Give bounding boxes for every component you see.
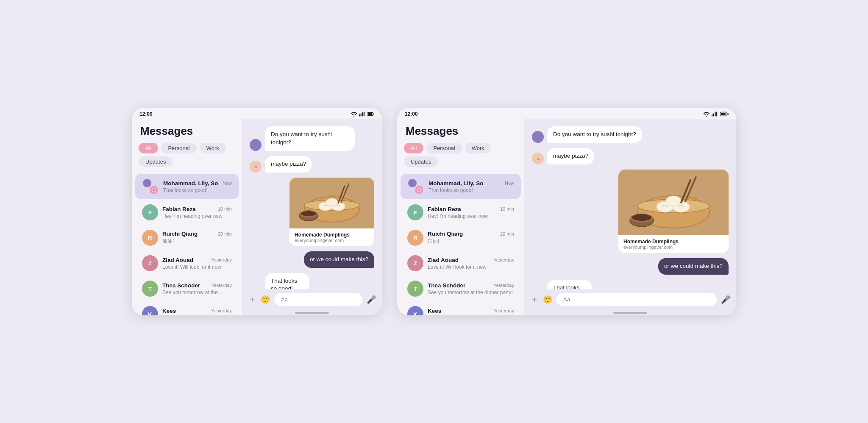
- avatar-4-small: Z: [142, 255, 158, 271]
- msg-bubble-3-large: or we could make this?: [658, 258, 729, 275]
- chat-messages-large: Do you want to try sushi tonight? 🌸 mayb…: [524, 119, 736, 289]
- conv-time-2-small: 10 min: [218, 206, 232, 212]
- filter-updates-large[interactable]: Updates: [404, 156, 438, 167]
- filter-all-small[interactable]: All: [139, 143, 158, 153]
- conv-preview-6-small: Finished my homework...: [162, 315, 232, 316]
- conv-item-5-large[interactable]: T Thea Schöder Yesterday See you tomorro…: [401, 276, 521, 301]
- wifi-icon-large: [703, 111, 710, 117]
- plus-icon-small[interactable]: ＋: [248, 294, 256, 305]
- avatar-4-large: Z: [407, 255, 423, 271]
- conv-name-6-small: Kees: [162, 308, 176, 314]
- emoji-icon-large[interactable]: 🙂: [543, 295, 552, 304]
- conv-item-1-large[interactable]: 🌸 Mohammad, Lily, So Now That looks so g…: [401, 174, 521, 199]
- msg-row-2-large: 🌸 maybe pizza?: [532, 148, 729, 164]
- svg-rect-18: [712, 114, 712, 117]
- conv-preview-1-large: That looks so good!: [428, 187, 514, 193]
- msg-bubble-4-small: That looks so good!: [265, 273, 309, 289]
- filter-all-large[interactable]: All: [404, 143, 423, 153]
- conv-item-2-large[interactable]: F Fabian Reza 10 min Hey! I'm heading ov…: [401, 200, 521, 225]
- conv-list-large: 🌸 Mohammad, Lily, So Now That looks so g…: [397, 173, 524, 315]
- svg-rect-2: [362, 112, 363, 117]
- conv-name-2-small: Fabian Reza: [162, 206, 196, 212]
- conv-preview-4-large: Love it! Will look for it now: [428, 264, 514, 270]
- wifi-icon-small: [351, 111, 357, 117]
- filter-chips-large: All Personal Work Updates: [397, 143, 524, 173]
- avatar-3-large: R: [407, 230, 423, 246]
- conv-item-4-small[interactable]: Z Ziad Aouad Yesterday Love it! Will loo…: [135, 251, 239, 276]
- conv-name-3-large: Ruichi Qiang: [428, 231, 463, 237]
- filter-personal-large[interactable]: Personal: [426, 143, 462, 153]
- avatar-6-small: K: [142, 306, 158, 315]
- filter-personal-small[interactable]: Personal: [161, 143, 196, 153]
- time-large: 12:00: [405, 111, 418, 117]
- conv-name-4-large: Ziad Aouad: [428, 257, 459, 263]
- plus-icon-large[interactable]: ＋: [530, 294, 539, 305]
- status-bar-small: 12:00: [132, 108, 382, 119]
- conv-preview-3-large: 加油!: [428, 238, 514, 245]
- sidebar-title-large: Messages: [397, 125, 524, 143]
- conv-item-6-small[interactable]: K Kees Yesterday Finished my homework...: [135, 302, 239, 315]
- filter-work-small[interactable]: Work: [200, 143, 226, 153]
- chat-input-bar-large: ＋ 🙂 🎤: [524, 289, 736, 309]
- conv-item-1-small[interactable]: 🌸 Mohammad, Lily, So Now That looks so g…: [135, 174, 239, 199]
- svg-point-35: [632, 214, 651, 221]
- conv-time-1-large: Now: [505, 181, 514, 186]
- svg-rect-19: [713, 113, 714, 116]
- msg-bubble-1-small: Do you want to try sushi tonight?: [265, 126, 355, 151]
- dumpling-img-large: [618, 170, 729, 235]
- conv-info-1-large: Mohammad, Lily, So Now That looks so goo…: [428, 180, 514, 193]
- mic-icon-small[interactable]: 🎤: [367, 295, 376, 304]
- msg-row-1-small: Do you want to try sushi tonight?: [250, 126, 374, 151]
- msg-bubble-2-small: maybe pizza?: [265, 156, 312, 173]
- avatar-3-small: R: [142, 230, 158, 246]
- conv-name-3-small: Ruichi Qiang: [162, 231, 198, 237]
- mic-icon-large[interactable]: 🎤: [721, 295, 730, 304]
- chat-panel-large: Do you want to try sushi tonight? 🌸 mayb…: [524, 119, 736, 315]
- conv-time-6-large: Yesterday: [493, 308, 514, 313]
- card-url-small: everydumplingever.com: [295, 238, 369, 243]
- device-large: 12:00 Messages All Personal: [397, 108, 736, 315]
- msg-row-4-large: That looks so good! 😊: [532, 280, 729, 289]
- conv-time-2-large: 10 min: [500, 206, 514, 212]
- avatar-5-large: T: [407, 281, 423, 297]
- card-url-large: everydumplingever.com: [623, 245, 723, 250]
- conv-time-4-small: Yesterday: [211, 257, 232, 262]
- conv-item-2-small[interactable]: F Fabian Reza 10 min Hey! I'm heading ov…: [135, 200, 239, 225]
- battery-icon-large: [720, 111, 729, 117]
- avatar-6-large: K: [407, 306, 423, 315]
- conv-preview-2-small: Hey! I'm heading over now: [162, 213, 232, 219]
- conv-item-3-large[interactable]: R Ruichi Qiang 20 min 加油!: [401, 225, 521, 250]
- filter-updates-small[interactable]: Updates: [139, 156, 172, 167]
- conv-preview-6-large: Finished my homework and my chores! Now …: [428, 315, 514, 316]
- msg-avatar-1-large: [532, 131, 544, 143]
- msg-4-wrap-small: That looks so good! 😊: [265, 273, 327, 289]
- card-title-large: Homemade Dumplings: [623, 239, 723, 245]
- avatar-2-large: F: [407, 204, 423, 220]
- conv-item-4-large[interactable]: Z Ziad Aouad Yesterday Love it! Will loo…: [401, 251, 521, 276]
- conv-time-3-large: 20 min: [500, 231, 514, 237]
- card-title-small: Homemade Dumplings: [295, 232, 369, 238]
- conv-item-6-large[interactable]: K Kees Yesterday Finished my homework an…: [401, 302, 521, 315]
- chat-input-small[interactable]: [274, 293, 362, 306]
- conv-time-4-large: Yesterday: [493, 257, 514, 262]
- msg-bubble-1-large: Do you want to try sushi tonight?: [547, 126, 642, 143]
- status-bar-large: 12:00: [397, 108, 736, 119]
- conv-name-6-large: Kees: [428, 308, 441, 314]
- time-small: 12:00: [139, 111, 153, 117]
- conv-list-small: 🌸 Mohammad, Lily, So Now That looks so g…: [132, 173, 242, 315]
- device-body-large: Messages All Personal Work Updates 🌸 Moh…: [397, 119, 736, 315]
- conv-preview-1-small: That looks so good!: [163, 187, 232, 193]
- chat-panel-small: Do you want to try sushi tonight? 🌸 mayb…: [242, 119, 382, 315]
- conv-name-1-large: Mohammad, Lily, So: [428, 180, 484, 186]
- filter-work-large[interactable]: Work: [465, 143, 491, 153]
- svg-rect-0: [359, 114, 360, 117]
- msg-4-wrap-large: That looks so good! 😊: [547, 280, 609, 289]
- chat-input-large[interactable]: [556, 293, 717, 306]
- conv-item-5-small[interactable]: T Thea Schöder Yesterday See you tomorro…: [135, 276, 239, 301]
- conv-preview-5-small: See you tomorrow at the...: [162, 289, 232, 295]
- conv-time-6-small: Yesterday: [211, 308, 232, 313]
- conv-item-3-small[interactable]: R Ruichi Qiang 20 min 加油!: [135, 225, 239, 250]
- conv-name-1-small: Mohammad, Lily, So: [163, 180, 218, 186]
- svg-rect-3: [364, 111, 364, 116]
- emoji-icon-small[interactable]: 🙂: [261, 295, 270, 304]
